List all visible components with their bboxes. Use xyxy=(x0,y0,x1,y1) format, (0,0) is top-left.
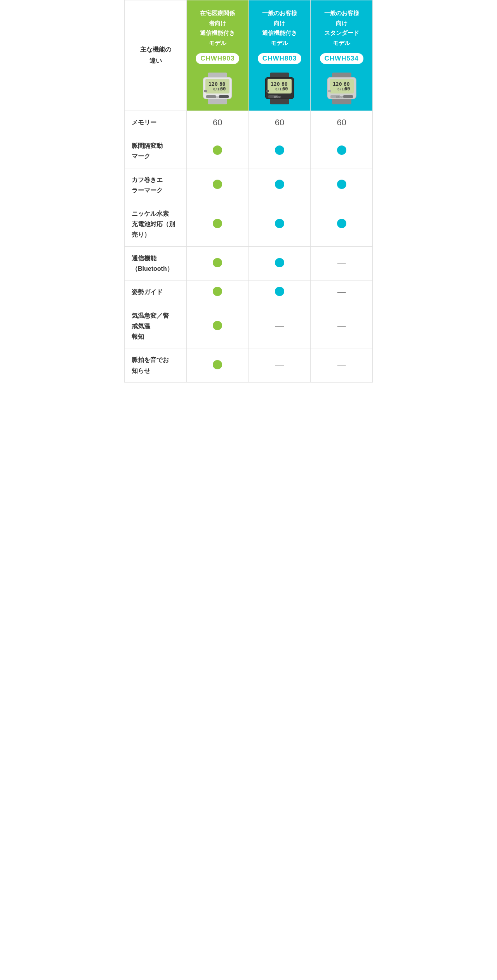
svg-rect-11 xyxy=(204,90,207,92)
row-label-pulse-interval: 脈間隔変動マーク xyxy=(125,134,187,168)
dot-cyan-icon xyxy=(275,258,284,267)
row-label-pulse-sound: 脈拍を音でお知らせ xyxy=(125,348,187,382)
col3-posture: — xyxy=(311,280,373,304)
col2-device-image: 120 80 6/10 60 CITIZEN xyxy=(254,69,305,107)
dash-icon: — xyxy=(337,321,346,331)
col2-temperature: — xyxy=(248,304,311,348)
dot-cyan-icon xyxy=(275,180,284,189)
svg-rect-24 xyxy=(266,90,269,92)
dot-cyan-icon xyxy=(337,219,346,228)
col1-memory-value: 60 xyxy=(213,118,222,127)
col1-pulse-interval xyxy=(187,134,249,168)
table-row: 気温急変／警戒気温報知 — — xyxy=(125,304,373,348)
dash-icon: — xyxy=(337,258,346,268)
dash-icon: — xyxy=(275,321,284,331)
row-label-nickel: ニッケル水素充電池対応（別売り） xyxy=(125,202,187,246)
col3-pulse-interval xyxy=(311,134,373,168)
dot-green-icon xyxy=(213,321,222,330)
dot-cyan-icon xyxy=(337,180,346,189)
dot-green-icon xyxy=(213,360,222,369)
row-label-bluetooth: 通信機能（Bluetooth） xyxy=(125,246,187,280)
col1-temperature xyxy=(187,304,249,348)
col1-header: 在宅医療関係 者向け 通信機能付き モデル CHWH903 120 80 xyxy=(187,0,249,111)
feature-label-header: 主な機能の違い xyxy=(125,0,187,111)
row-label-posture: 姿勢ガイド xyxy=(125,280,187,304)
dot-cyan-icon xyxy=(275,219,284,228)
svg-text:CITIZEN: CITIZEN xyxy=(274,96,282,98)
col3-memory-value: 60 xyxy=(337,118,346,127)
col1-pulse-sound xyxy=(187,348,249,382)
col2-header: 一般のお客様向け通信機能付きモデル CHWH803 120 80 6/10 60 xyxy=(248,0,311,111)
dash-icon: — xyxy=(275,360,284,370)
col2-bluetooth xyxy=(248,246,311,280)
row-label-memory: メモリー xyxy=(125,111,187,134)
col1-model-badge: CHWH903 xyxy=(196,53,239,64)
svg-text:120: 120 xyxy=(271,81,280,87)
col2-memory: 60 xyxy=(248,111,311,134)
svg-rect-36 xyxy=(343,95,353,98)
col3-device-image: 120 80 6/10 60 CITIZEN xyxy=(316,69,367,107)
table-row: メモリー 60 60 60 xyxy=(125,111,373,134)
col2-title: 一般のお客様向け通信機能付きモデル xyxy=(252,8,308,48)
svg-rect-23 xyxy=(281,95,291,98)
dot-green-icon xyxy=(213,180,222,189)
svg-text:60: 60 xyxy=(344,86,350,92)
col3-model-badge: CHWH534 xyxy=(320,53,363,64)
table-row: 脈間隔変動マーク xyxy=(125,134,373,168)
dash-icon: — xyxy=(337,360,346,370)
svg-text:CITIZEN: CITIZEN xyxy=(212,96,219,98)
col1-nickel xyxy=(187,202,249,246)
col1-memory: 60 xyxy=(187,111,249,134)
col3-title: 一般のお客様向けスタンダードモデル xyxy=(314,8,369,48)
dot-cyan-icon xyxy=(337,145,346,155)
svg-rect-37 xyxy=(328,90,331,92)
col3-cuff-error xyxy=(311,168,373,202)
col3-memory: 60 xyxy=(311,111,373,134)
col3-bluetooth: — xyxy=(311,246,373,280)
col2-posture xyxy=(248,280,311,304)
col1-device-image: 120 80 6/10 60 CITIZEN xyxy=(192,69,243,107)
col1-posture xyxy=(187,280,249,304)
table-row: 姿勢ガイド — xyxy=(125,280,373,304)
col3-temperature: — xyxy=(311,304,373,348)
row-label-cuff-error: カフ巻きエラーマーク xyxy=(125,168,187,202)
row-label-temperature: 気温急変／警戒気温報知 xyxy=(125,304,187,348)
table-row: 通信機能（Bluetooth） — xyxy=(125,246,373,280)
col2-pulse-interval xyxy=(248,134,311,168)
comparison-table: 主な機能の違い 在宅医療関係 者向け 通信機能付き モデル CHWH903 xyxy=(124,0,373,383)
col2-pulse-sound: — xyxy=(248,348,311,382)
table-row: 脈拍を音でお知らせ — — xyxy=(125,348,373,382)
svg-rect-10 xyxy=(219,95,229,98)
dot-green-icon xyxy=(213,145,222,155)
dash-icon: — xyxy=(337,287,346,297)
col1-title: 在宅医療関係 者向け 通信機能付き モデル xyxy=(190,8,245,48)
dot-green-icon xyxy=(213,287,222,296)
dot-green-icon xyxy=(213,219,222,228)
svg-text:CITIZEN: CITIZEN xyxy=(336,96,344,98)
dot-cyan-icon xyxy=(275,287,284,296)
svg-text:120: 120 xyxy=(209,81,218,87)
main-feature-title: 主な機能の違い xyxy=(140,46,171,64)
svg-text:60: 60 xyxy=(220,86,226,92)
dot-cyan-icon xyxy=(275,145,284,155)
col2-nickel xyxy=(248,202,311,246)
dot-green-icon xyxy=(213,258,222,267)
col3-pulse-sound: — xyxy=(311,348,373,382)
table-row: カフ巻きエラーマーク xyxy=(125,168,373,202)
col1-bluetooth xyxy=(187,246,249,280)
svg-text:60: 60 xyxy=(282,86,288,92)
col2-model-badge: CHWH803 xyxy=(258,53,301,64)
svg-text:120: 120 xyxy=(333,81,342,87)
col1-cuff-error xyxy=(187,168,249,202)
col2-cuff-error xyxy=(248,168,311,202)
table-row: ニッケル水素充電池対応（別売り） xyxy=(125,202,373,246)
col2-memory-value: 60 xyxy=(275,118,284,127)
col3-header: 一般のお客様向けスタンダードモデル CHWH534 120 80 6/10 60 xyxy=(311,0,373,111)
col3-nickel xyxy=(311,202,373,246)
